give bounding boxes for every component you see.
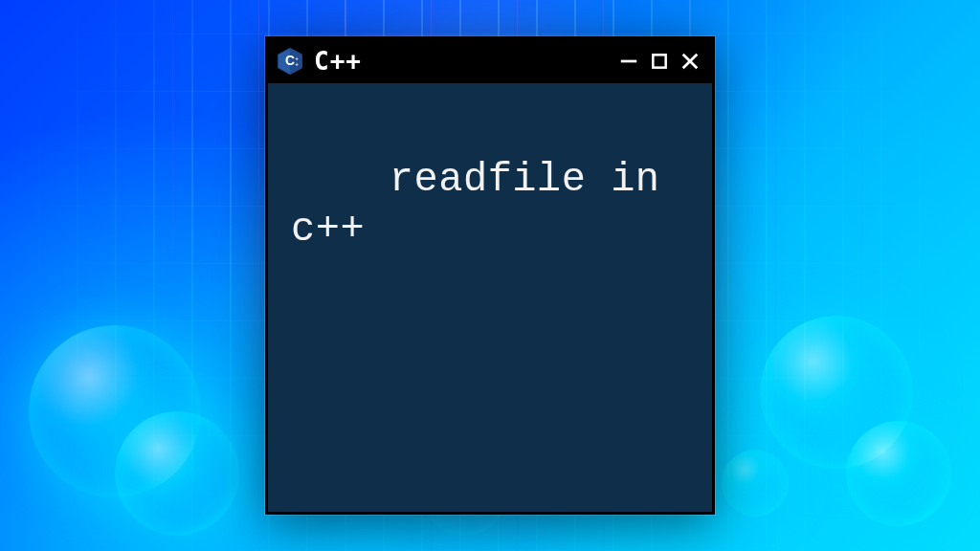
svg-text:+: + [296, 55, 299, 61]
decorative-orb [846, 421, 951, 526]
terminal-text: readfile in c++ [291, 157, 660, 253]
svg-rect-6 [653, 55, 665, 67]
svg-text:C: C [285, 54, 295, 68]
window-titlebar[interactable]: C + + C++ [268, 39, 712, 83]
window-title: C++ [314, 47, 607, 76]
close-button[interactable] [678, 49, 702, 74]
window-controls [616, 49, 702, 74]
svg-text:+: + [296, 61, 299, 67]
minimize-icon [618, 51, 639, 72]
decorative-orb [29, 325, 201, 497]
close-icon [679, 51, 701, 72]
terminal-window: C + + C++ [265, 36, 715, 515]
decorative-orb [760, 316, 913, 469]
maximize-icon [650, 52, 669, 71]
cpp-logo-icon: C + + [276, 47, 304, 76]
minimize-button[interactable] [616, 49, 641, 74]
decorative-orb [115, 411, 239, 536]
terminal-body: readfile in c++ [268, 83, 712, 326]
maximize-button[interactable] [647, 49, 672, 74]
